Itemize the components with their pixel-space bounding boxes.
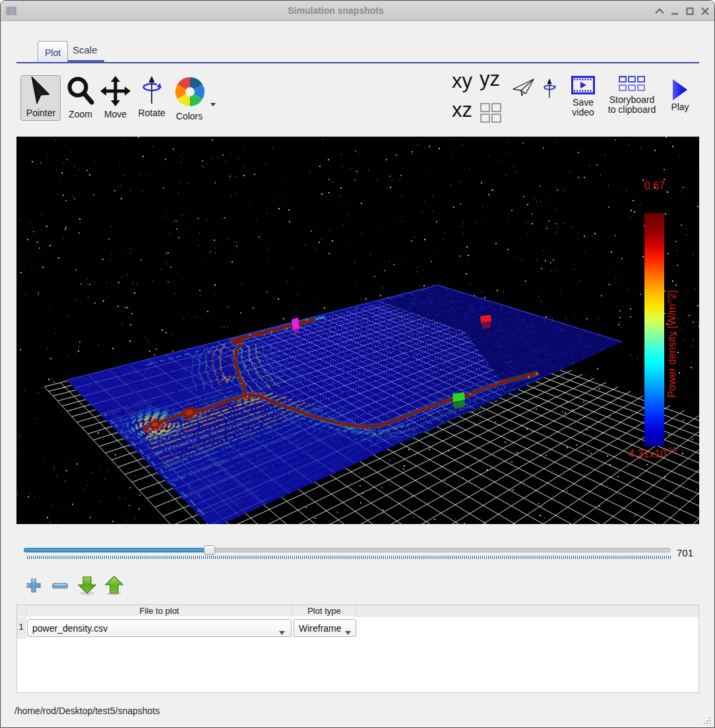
- svg-text:Power density [W/m^2]: Power density [W/m^2]: [666, 290, 677, 397]
- svg-text:0.67: 0.67: [644, 180, 664, 191]
